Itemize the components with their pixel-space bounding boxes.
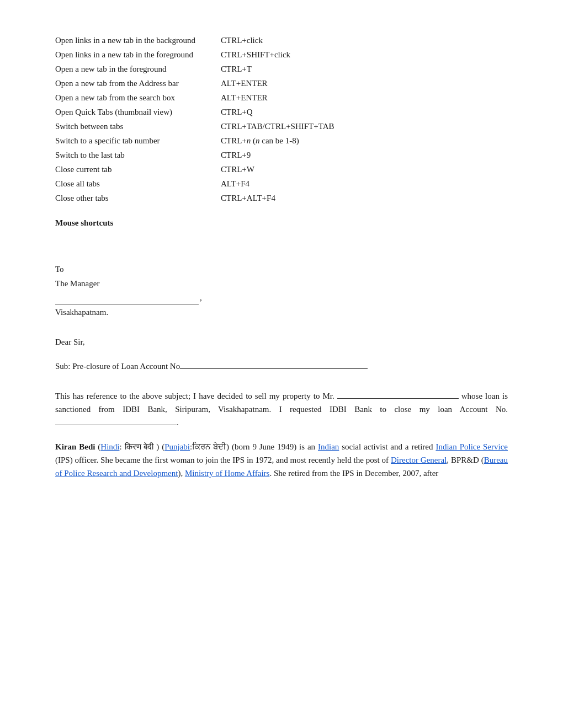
punjabi-link[interactable]: Punjabi (164, 442, 190, 451)
shortcut-key: CTRL+W (221, 162, 334, 176)
shortcut-row: Switch between tabsCTRL+TAB/CTRL+SHIFT+T… (55, 119, 334, 133)
shortcut-label: Switch to a specific tab number (55, 133, 221, 148)
shortcuts-table: Open links in a new tab in the backgroun… (55, 33, 334, 205)
shortcut-label: Switch to the last tab (55, 148, 221, 162)
mha-link[interactable]: Ministry of Home Affairs (185, 469, 269, 478)
desc2: (IPS) officer. She became the first woma… (55, 456, 389, 464)
desc5: . She retired from the IPS in December, … (269, 469, 438, 478)
desc3: , BPR&D ( (447, 456, 484, 464)
hindi-link[interactable]: Hindi (100, 442, 119, 451)
kiran-bedi-name: Kiran Bedi (55, 442, 95, 451)
director-general-link[interactable]: Director General (391, 456, 447, 464)
shortcut-label: Close other tabs (55, 191, 221, 205)
desc1: social activist and a retired (342, 442, 433, 451)
loan-account-field (180, 368, 368, 369)
shortcut-label: Open a new tab from the search box (55, 90, 221, 105)
address-line: , (55, 291, 508, 304)
shortcut-key: ALT+ENTER (221, 76, 334, 90)
letter-section: To The Manager , Visakhapatnam. Dear Sir… (55, 263, 508, 480)
shortcut-label: Open a new tab in the foreground (55, 62, 221, 76)
shortcut-label: Open a new tab from the Address bar (55, 76, 221, 90)
shortcut-row: Switch to the last tabCTRL+9 (55, 148, 334, 162)
kiran-bedi-section: Kiran Bedi (Hindi: किरण बेदी ) (Punjabi:… (55, 440, 508, 480)
shortcut-row: Open a new tab from the Address barALT+E… (55, 76, 334, 90)
shortcut-label: Open Quick Tabs (thumbnail view) (55, 105, 221, 119)
shortcut-label: Open links in a new tab in the foregroun… (55, 47, 221, 62)
shortcut-key: ALT+F4 (221, 176, 334, 191)
body-end: . (177, 418, 179, 427)
city-line: Visakhapatnam. (55, 306, 508, 319)
address-underline (55, 295, 199, 304)
shortcut-key: CTRL+SHIFT+click (221, 47, 334, 62)
punjabi-text: ਕਿਰਨ ਬੇਦੀ (192, 442, 226, 451)
ips-link[interactable]: Indian Police Service (435, 442, 508, 451)
name-field (337, 398, 459, 399)
sub-line: Sub: Pre-closure of Loan Account No (55, 360, 508, 373)
shortcut-row: Open links in a new tab in the foregroun… (55, 47, 334, 62)
manager-line: The Manager (55, 277, 508, 290)
shortcut-key: CTRL+n (n can be 1-8) (221, 133, 334, 148)
shortcut-label: Switch between tabs (55, 119, 221, 133)
birth-text: (born 9 June 1949) is an (232, 442, 315, 451)
shortcuts-section: Open links in a new tab in the backgroun… (55, 33, 508, 229)
body1-text: This has reference to the above subject;… (55, 392, 334, 400)
shortcut-row: Open Quick Tabs (thumbnail view)CTRL+Q (55, 105, 334, 119)
shortcut-key: CTRL+ALT+F4 (221, 191, 334, 205)
shortcut-row: Close other tabsCTRL+ALT+F4 (55, 191, 334, 205)
shortcut-key: CTRL+T (221, 62, 334, 76)
shortcut-row: Switch to a specific tab numberCTRL+n (n… (55, 133, 334, 148)
sub-label: Sub: Pre-closure of Loan Account No (55, 362, 180, 371)
shortcut-label: Close all tabs (55, 176, 221, 191)
shortcut-key: ALT+ENTER (221, 90, 334, 105)
indian-link[interactable]: Indian (318, 442, 339, 451)
hindi-text: किरण बेदी (125, 442, 154, 451)
shortcut-row: Open links in a new tab in the backgroun… (55, 33, 334, 47)
shortcut-row: Open a new tab in the foregroundCTRL+T (55, 62, 334, 76)
body-paragraph: This has reference to the above subject;… (55, 389, 508, 429)
mouse-shortcuts-heading: Mouse shortcuts (55, 216, 508, 229)
desc4: ), (178, 469, 183, 478)
shortcut-label: Open links in a new tab in the backgroun… (55, 33, 221, 47)
to-line: To (55, 263, 508, 276)
dear-sir: Dear Sir, (55, 335, 508, 349)
account-no-field (55, 425, 177, 425)
shortcut-key: CTRL+TAB/CTRL+SHIFT+TAB (221, 119, 334, 133)
shortcut-key: CTRL+9 (221, 148, 334, 162)
shortcut-key: CTRL+Q (221, 105, 334, 119)
shortcut-key: CTRL+click (221, 33, 334, 47)
shortcut-row: Open a new tab from the search boxALT+EN… (55, 90, 334, 105)
shortcut-row: Close current tabCTRL+W (55, 162, 334, 176)
shortcut-label: Close current tab (55, 162, 221, 176)
shortcut-row: Close all tabsALT+F4 (55, 176, 334, 191)
